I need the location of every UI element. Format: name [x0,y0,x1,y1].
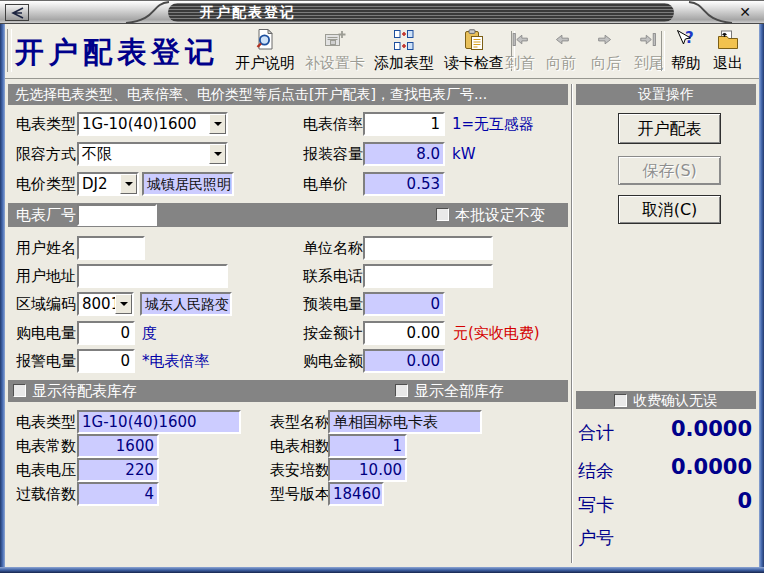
inventory-bar: 显示待配表库存 显示全部库存 [8,380,568,402]
phone-input[interactable] [363,264,493,288]
window-frame-right [759,24,764,573]
system-menu-button[interactable] [5,4,29,21]
close-button[interactable]: ✕ [735,3,755,22]
purchase-energy-label: 购电电量 [16,321,76,345]
purchase-amount-label: 购电金额 [303,349,363,373]
toolbar-button-label: 退出 [707,54,749,72]
preload-energy-label: 预装电量 [303,292,363,316]
alarm-energy-note: *电表倍率 [142,349,210,373]
capacity-unit: kW [452,142,476,166]
capacity-label: 报装容量 [303,142,363,166]
toolbar-button-exit[interactable]: 退出 [707,26,749,76]
meter-type-label: 电表类型 [16,112,76,136]
clipboard-icon [439,26,509,54]
assign-meter-button[interactable]: 开户配表 [618,113,721,144]
purchase-energy-input[interactable] [77,321,135,345]
toolbar-button-next: 向后 [586,26,626,76]
doc-magnifier-icon [231,26,299,54]
toolbar-button-add-meter-model[interactable]: 添加表型 [369,26,439,76]
add-pages-icon [369,26,439,54]
chevron-down-icon[interactable] [120,174,137,194]
settings-panel-header: 设置操作 [576,84,756,105]
customer-name-input[interactable] [77,236,145,260]
org-name-label: 单位名称 [303,236,363,260]
model-version-label: 型号版本 [270,482,330,506]
unit-price-label: 电单价 [303,172,348,196]
meter-constant-field: 1600 [77,434,159,458]
titlebar: 开户配表登记 ✕ [0,0,764,24]
page-title: 开户配表登记 [15,33,219,73]
detail-meter-type-label: 电表类型 [16,410,76,434]
area-code-label: 区域编码 [16,292,76,316]
model-version-field: 18460 [328,482,384,506]
address-label: 用户地址 [16,264,76,288]
toolbar-button-label: 补设置卡 [301,54,369,72]
meter-ratio-input[interactable] [363,112,445,136]
save-button: 保存(S) [618,156,721,185]
toolbar-button-label: 添加表型 [369,54,439,72]
toolbar-button-label: 开户说明 [231,54,299,72]
cancel-button[interactable]: 取消(C) [618,195,721,224]
toolbar-button-label: 到首 [500,54,540,72]
area-code-desc: 城东人民路变 [140,292,232,316]
account-no-label: 户号 [578,526,614,550]
address-input[interactable] [77,264,228,288]
alarm-energy-input[interactable] [77,349,135,373]
price-type-value: DJ2 [82,175,108,193]
meter-amperage-field: 10.00 [328,458,407,482]
setup-card-icon [301,26,369,54]
toolbar-button-label: 读卡检查 [439,54,509,72]
factory-number-input[interactable] [77,204,157,226]
help-cursor-icon: ? [665,26,707,54]
detail-meter-type-field: 1G-10(40)1600 [77,410,241,434]
titlebar-stripe-band: 开户配表登记 [168,3,674,22]
meter-voltage-field: 220 [77,458,159,482]
customer-name-label: 用户姓名 [16,236,76,260]
toolbar-button-label: 帮助 [665,54,707,72]
toolbar-button-read-card-check[interactable]: 读卡检查 [439,26,509,76]
panel-divider [571,84,573,563]
overload-field: 4 [77,482,159,506]
show-all-inventory-label: 显示全部库存 [414,380,504,402]
toolbar: 开户配表登记 开户说明 补设置卡 添加表型 读卡检查 [5,24,759,79]
preload-energy-field: 0 [363,292,445,316]
chevron-down-icon[interactable] [209,114,226,134]
model-name-field: 单相国标电卡表 [328,410,482,434]
batch-fixed-label: 本批设定不变 [455,203,545,227]
meter-type-dropdown[interactable]: 1G-10(40)1600 [77,112,228,136]
meter-phases-label: 电表相数 [270,434,330,458]
arrow-right-icon [586,26,626,54]
capacity-field: 8.0 [363,142,445,166]
purchase-energy-unit: 度 [142,321,157,345]
toolbar-button-label: 向后 [586,54,626,72]
factory-number-label: 电表厂号 [16,203,76,227]
meter-voltage-label: 电表电压 [16,458,76,482]
toolbar-button-open-instructions[interactable]: 开户说明 [231,26,299,76]
window-frame-left [0,24,5,573]
by-amount-label: 按金额计 [303,321,363,345]
by-amount-input[interactable] [363,321,445,345]
by-amount-note: 元(实收电费) [453,321,540,345]
arrow-left-icon [541,26,581,54]
toolbar-gripper [7,29,12,72]
limit-mode-value: 不限 [82,145,112,163]
price-type-dropdown[interactable]: DJ2 [77,172,139,196]
instruction-bar: 先选择电表类型、电表倍率、电价类型等后点击[开户配表]，查找电表厂号... [8,84,568,105]
price-type-label: 电价类型 [16,172,76,196]
window-frame-bottom [0,567,764,573]
meter-ratio-label: 电表倍率 [303,112,363,136]
toolbar-button-supplement-card: 补设置卡 [301,26,369,76]
show-pending-inventory-checkbox[interactable] [13,384,26,397]
toolbar-button-help[interactable]: ? 帮助 [665,26,707,76]
batch-fixed-checkbox[interactable] [436,208,449,221]
show-all-inventory-checkbox[interactable] [395,384,408,397]
fee-confirm-checkbox[interactable] [614,394,627,407]
org-name-input[interactable] [363,236,493,260]
chevron-down-icon[interactable] [209,144,226,164]
write-card-value: 0 [600,489,752,513]
toolbar-button-label: 向前 [541,54,581,72]
area-code-dropdown[interactable]: 8001 [77,292,134,316]
phone-label: 联系电话 [303,264,363,288]
chevron-down-icon[interactable] [115,294,132,314]
limit-mode-dropdown[interactable]: 不限 [77,142,228,166]
